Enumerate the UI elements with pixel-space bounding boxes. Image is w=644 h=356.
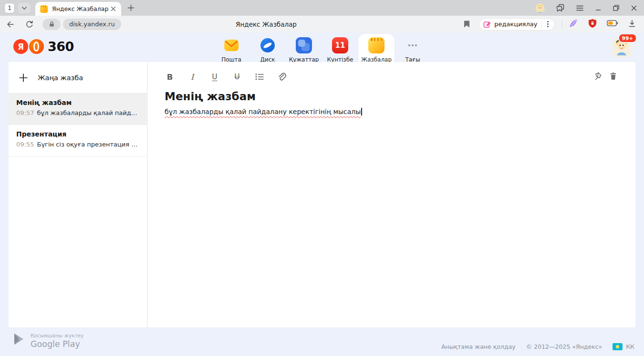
disk-icon [260, 37, 276, 53]
mail-icon [223, 37, 239, 53]
notification-badge: 99+ [618, 33, 637, 43]
edit-pencil-icon [483, 20, 491, 28]
address-bar: disk.yandex.ru Яндекс Жазбалар редакциял… [0, 16, 644, 32]
window-minimize-button[interactable] [595, 5, 602, 11]
edit-chip-label: редакциялау [494, 21, 537, 28]
note-body-text: бұл жазбаларды қалай пайдалану керектігі… [165, 108, 361, 115]
note-item-time: 09:57 [16, 109, 34, 116]
store-caption: Қосымшаны жүктеу [31, 333, 83, 338]
note-list-item[interactable]: Менің жазбам 09:57 бұл жазбаларды қалай … [9, 94, 147, 125]
user-avatar[interactable]: 99+ [612, 36, 631, 55]
yandex-logo-icon: Я [13, 39, 28, 54]
notes-sidebar: Жаңа жазба Менің жазбам 09:57 бұл жазбал… [9, 62, 147, 327]
app-calendar[interactable]: 11 Күнтізбе [322, 34, 358, 66]
pin-note-button[interactable] [593, 72, 602, 83]
format-toolbar: B I U U [165, 70, 300, 84]
bullet-list-button[interactable] [255, 73, 264, 81]
tab-list-button[interactable] [18, 3, 31, 13]
yandex360-header: Я 360 Пошта Диск Құжаттар 11 [0, 32, 644, 62]
app-more[interactable]: Тағы [395, 34, 431, 66]
more-icon [405, 37, 421, 53]
bold-button[interactable]: B [165, 73, 175, 82]
edit-mode-chip[interactable]: редакциялау [479, 18, 555, 31]
app-mail[interactable]: Пошта [213, 34, 249, 66]
app-docs[interactable]: Құжаттар [286, 34, 322, 66]
browser-menu-icon[interactable] [576, 5, 584, 11]
notes-favicon-icon [40, 5, 48, 13]
360-logo-icon [29, 39, 44, 54]
plus-icon [19, 73, 28, 83]
italic-button[interactable]: I [187, 73, 197, 82]
google-play-icon [13, 333, 25, 346]
google-play-link[interactable]: Қосымшаны жүктеу Google Play [13, 333, 83, 349]
note-body[interactable]: бұл жазбаларды қалай пайдалану керектігі… [165, 108, 362, 115]
protect-shield-icon[interactable] [588, 19, 597, 30]
battery-icon[interactable] [607, 19, 618, 30]
note-item-title: Презентация [16, 130, 139, 138]
app-switcher: Пошта Диск Құжаттар 11 Күнтізбе Жазбалар [213, 34, 431, 66]
tab-title: Яндекс Жазбалар [52, 5, 110, 12]
note-actions [593, 70, 617, 84]
chevron-down-icon [21, 4, 28, 12]
tab-counter[interactable]: 1 [4, 3, 15, 13]
plus-icon [127, 4, 135, 12]
page-title: Яндекс Жазбалар [236, 21, 297, 28]
text-cursor [361, 108, 362, 115]
yandex360-logo[interactable]: Я 360 [13, 39, 74, 54]
browser-profile-avatar[interactable] [535, 3, 545, 13]
copyright-text: © 2012—2025 «Яндекс» [526, 343, 602, 350]
note-title[interactable]: Менің жазбам [165, 90, 256, 103]
chip-more-icon[interactable] [546, 21, 550, 27]
tab-close-icon[interactable] [110, 6, 116, 12]
avatar-image [612, 48, 631, 57]
app-disk[interactable]: Диск [249, 34, 286, 66]
tab-strip: 1 Яндекс Жазбалар [0, 0, 644, 16]
tab-groups-icon[interactable] [556, 3, 565, 12]
underline-button[interactable]: U [210, 73, 219, 81]
logo-360-text: 360 [48, 39, 74, 54]
addressbar-actions: редакциялау [463, 16, 644, 32]
new-tab-button[interactable] [127, 4, 135, 12]
footer-links: Анықтама және қолдау © 2012—2025 «Яндекс… [441, 343, 634, 350]
window-close-button[interactable] [631, 5, 637, 11]
back-button[interactable] [6, 20, 15, 29]
calendar-icon: 11 [332, 37, 348, 53]
app-notes[interactable]: Жазбалар [358, 34, 395, 66]
note-item-preview: бұл жазбаларды қалай пайдалану ке... [37, 109, 139, 116]
store-name: Google Play [31, 339, 83, 349]
window-restore-button[interactable] [613, 4, 620, 11]
site-security-button[interactable] [42, 19, 61, 30]
attach-file-button[interactable] [277, 72, 287, 82]
bookmark-icon[interactable] [463, 20, 470, 28]
page-footer: Қосымшаны жүктеу Google Play Анықтама жә… [0, 327, 644, 356]
tabstrip-controls [535, 3, 637, 13]
note-item-title: Менің жазбам [16, 99, 139, 106]
documents-icon [296, 37, 312, 53]
note-item-time: 09:55 [16, 141, 34, 148]
browser-window: 1 Яндекс Жазбалар [0, 0, 644, 356]
language-switcher[interactable]: КК [613, 343, 634, 350]
new-note-label: Жаңа жазба [38, 74, 83, 82]
kazakhstan-flag-icon [613, 343, 623, 350]
extension-icons [568, 19, 636, 30]
browser-tab[interactable]: Яндекс Жазбалар [35, 2, 121, 16]
notes-icon [368, 37, 384, 53]
url-domain[interactable]: disk.yandex.ru [63, 19, 121, 30]
reload-button[interactable] [25, 20, 34, 29]
downloads-icon[interactable] [628, 19, 636, 30]
note-item-preview: Бүгін сіз оқуға презентация дайында... [37, 141, 139, 148]
strikethrough-button[interactable]: U [232, 73, 242, 81]
note-list-item[interactable]: Презентация 09:55 Бүгін сіз оқуға презен… [9, 125, 147, 157]
note-editor[interactable]: B I U U Менің жазбам бұл жазбаларды қала… [148, 62, 635, 327]
lock-icon [48, 21, 55, 28]
help-link[interactable]: Анықтама және қолдау [441, 343, 516, 350]
delete-note-button[interactable] [609, 72, 617, 82]
alice-pen-icon[interactable] [568, 19, 578, 30]
new-note-button[interactable]: Жаңа жазба [9, 62, 147, 94]
language-code: КК [626, 343, 634, 350]
